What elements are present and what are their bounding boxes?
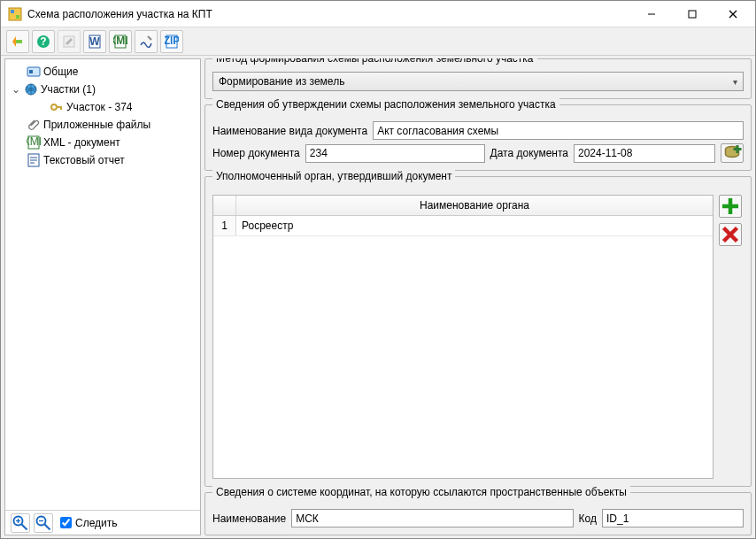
cell-name: Росреестр bbox=[236, 216, 713, 235]
svg-rect-18 bbox=[29, 70, 33, 73]
svg-text:ZIP: ZIP bbox=[165, 35, 179, 47]
svg-rect-4 bbox=[689, 11, 696, 18]
approval-group-title: Сведения об утверждении схемы расположен… bbox=[212, 98, 559, 111]
key-icon bbox=[50, 100, 64, 114]
tree-label: XML - документ bbox=[43, 136, 120, 149]
tree-label: Общие bbox=[43, 65, 78, 78]
maximize-button[interactable] bbox=[672, 1, 713, 27]
tree-label: Приложенные файлы bbox=[43, 119, 150, 131]
chevron-down-icon[interactable]: ⌄ bbox=[11, 83, 21, 96]
col-number bbox=[213, 196, 236, 215]
text-icon bbox=[27, 153, 41, 167]
tree-label: Текстовый отчет bbox=[43, 154, 125, 166]
authority-group: Уполномоченный орган, утвердивший докуме… bbox=[204, 176, 752, 487]
table-body: 1 Росреестр bbox=[213, 216, 713, 478]
minimize-button[interactable] bbox=[631, 1, 672, 27]
svg-text:W: W bbox=[89, 35, 100, 48]
doc-date-label: Дата документа bbox=[490, 147, 568, 159]
delete-row-button[interactable] bbox=[719, 223, 742, 246]
help-button[interactable]: ? bbox=[32, 30, 55, 53]
svg-rect-2 bbox=[16, 15, 19, 19]
titlebar: Схема расположения участка на КПТ bbox=[1, 1, 755, 27]
zoom-out-button[interactable] bbox=[34, 513, 53, 533]
tree-label: Участки (1) bbox=[41, 83, 96, 96]
export-xml-button[interactable]: XML bbox=[109, 30, 132, 53]
tree-item-general[interactable]: Общие bbox=[7, 63, 198, 81]
export-zip-button[interactable]: ZIP bbox=[160, 30, 183, 53]
content: Метод формирования схемы расположения зе… bbox=[204, 58, 752, 535]
signature-button[interactable] bbox=[135, 30, 158, 53]
add-row-button[interactable] bbox=[719, 195, 742, 218]
svg-text:XML: XML bbox=[27, 135, 41, 148]
doc-add-button[interactable] bbox=[721, 143, 744, 163]
window-title: Схема расположения участка на КПТ bbox=[27, 8, 631, 20]
svg-line-34 bbox=[44, 524, 50, 529]
tree-item-xml[interactable]: XML XML - документ bbox=[7, 134, 198, 151]
back-button[interactable] bbox=[6, 30, 29, 53]
attach-icon bbox=[27, 118, 41, 132]
table-row[interactable]: 1 Росреестр bbox=[213, 216, 713, 236]
svg-text:?: ? bbox=[40, 35, 46, 48]
doc-num-input[interactable] bbox=[305, 144, 485, 163]
doc-num-label: Номер документа bbox=[212, 147, 300, 159]
sidebar-bottombar: Следить bbox=[5, 510, 200, 535]
app-icon bbox=[8, 7, 22, 21]
svg-line-30 bbox=[21, 524, 27, 529]
method-select[interactable]: Формирование из земель ▾ bbox=[212, 72, 744, 91]
approval-group: Сведения об утверждении схемы расположен… bbox=[204, 104, 752, 171]
crs-code-input[interactable] bbox=[602, 509, 744, 527]
method-select-value: Формирование из земель bbox=[219, 75, 344, 88]
app-window: Схема расположения участка на КПТ ? W XM… bbox=[0, 0, 756, 539]
tree-label: Участок - 374 bbox=[66, 101, 133, 113]
authority-side-buttons bbox=[719, 195, 744, 479]
follow-checkbox-input[interactable] bbox=[60, 517, 72, 528]
body: Общие ⌄ Участки (1) Участок - 374 Прилож… bbox=[1, 56, 755, 538]
svg-rect-7 bbox=[16, 40, 22, 43]
edit-button[interactable] bbox=[58, 30, 81, 53]
cell-number: 1 bbox=[213, 216, 236, 235]
svg-point-20 bbox=[51, 104, 57, 110]
doc-type-label: Наименование вида документа bbox=[212, 125, 367, 137]
toolbar: ? W XML ZIP bbox=[1, 27, 755, 56]
chevron-down-icon: ▾ bbox=[733, 77, 737, 87]
authority-table[interactable]: Наименование органа 1 Росреестр bbox=[212, 195, 714, 479]
zoom-in-button[interactable] bbox=[11, 513, 30, 533]
tree[interactable]: Общие ⌄ Участки (1) Участок - 374 Прилож… bbox=[5, 59, 200, 510]
tree-item-report[interactable]: Текстовый отчет bbox=[7, 151, 198, 169]
doc-date-input[interactable] bbox=[574, 144, 715, 163]
card-icon bbox=[27, 65, 41, 79]
crs-group-title: Сведения о системе координат, на которую… bbox=[212, 486, 630, 498]
tree-item-parcels[interactable]: ⌄ Участки (1) bbox=[7, 81, 198, 98]
sidebar: Общие ⌄ Участки (1) Участок - 374 Прилож… bbox=[4, 58, 201, 535]
authority-group-title: Уполномоченный орган, утвердивший докуме… bbox=[212, 170, 455, 182]
tree-item-parcel-374[interactable]: Участок - 374 bbox=[7, 98, 198, 116]
crs-name-label: Наименование bbox=[212, 512, 286, 525]
method-group: Метод формирования схемы расположения зе… bbox=[204, 58, 752, 99]
svg-rect-22 bbox=[60, 108, 62, 110]
follow-checkbox[interactable]: Следить bbox=[60, 517, 118, 529]
col-name: Наименование органа bbox=[236, 196, 713, 215]
crs-name-input[interactable] bbox=[291, 509, 573, 527]
svg-rect-21 bbox=[57, 106, 62, 108]
tree-item-attachments[interactable]: Приложенные файлы bbox=[7, 116, 198, 134]
crs-code-label: Код bbox=[579, 512, 597, 525]
xml-icon: XML bbox=[27, 135, 41, 150]
globe-icon bbox=[24, 82, 38, 96]
close-button[interactable] bbox=[713, 1, 753, 27]
svg-text:XML: XML bbox=[113, 35, 127, 47]
follow-label: Следить bbox=[75, 517, 118, 529]
svg-rect-1 bbox=[11, 10, 14, 13]
crs-group: Сведения о системе координат, на которую… bbox=[204, 492, 752, 535]
table-header: Наименование органа bbox=[213, 196, 713, 216]
method-group-title: Метод формирования схемы расположения зе… bbox=[212, 58, 537, 65]
export-word-button[interactable]: W bbox=[83, 30, 106, 53]
doc-type-input[interactable] bbox=[373, 121, 744, 140]
